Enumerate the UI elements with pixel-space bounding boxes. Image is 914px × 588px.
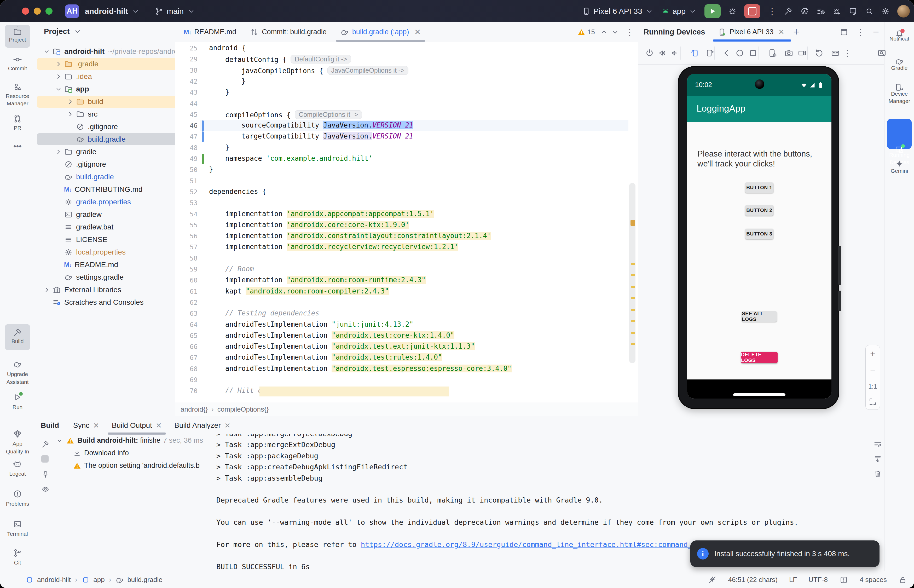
button-3[interactable]: BUTTON 3 (745, 229, 774, 239)
fit-screen-icon[interactable] (868, 397, 877, 406)
status-crumb-file[interactable]: build.gradle (127, 576, 162, 584)
chevron-right-icon[interactable] (53, 60, 64, 68)
run-button[interactable] (704, 4, 721, 18)
tree-item--gitignore[interactable]: .gitignore (37, 121, 175, 133)
build-tree-download-info[interactable]: Download info (73, 449, 129, 457)
tree-item-src[interactable]: src (37, 108, 175, 120)
tree-item--gitignore[interactable]: .gitignore (37, 158, 175, 170)
tree-item--gradle[interactable]: .gradle (37, 58, 175, 70)
chevron-right-icon[interactable] (41, 286, 52, 294)
settings-gear-button[interactable] (881, 7, 890, 16)
zoom-in-button[interactable]: + (870, 349, 875, 359)
tree-item-build[interactable]: build (37, 96, 175, 108)
softwrap-icon[interactable] (873, 440, 882, 449)
window-minimize-button[interactable] (34, 8, 41, 15)
chevron-down-icon[interactable] (610, 28, 620, 37)
caret-position[interactable]: 46:51 (22 chars) (728, 576, 778, 584)
zoom-out-button[interactable]: − (870, 366, 875, 376)
breadcrumb-item[interactable]: compileOptions{} (217, 405, 269, 414)
tree-item-android-hilt[interactable]: android-hilt~/private-repos/android (37, 45, 175, 58)
status-crumb-module[interactable]: app (93, 576, 105, 584)
delete-logs-button[interactable]: DELETE LOGS (741, 352, 778, 363)
device-selector[interactable]: Pixel 6 API 33 (582, 7, 654, 16)
editor-options-button[interactable]: ⋮ (625, 27, 634, 37)
button-2[interactable]: BUTTON 2 (745, 205, 774, 216)
close-icon[interactable]: ✕ (93, 421, 99, 430)
build-tree-root[interactable]: Build android-hilt: finishe7 sec, 36 ms (56, 436, 203, 444)
notification-toast[interactable]: i Install successfully finished in 3 s 4… (690, 540, 880, 567)
button-1[interactable]: BUTTON 1 (745, 183, 774, 193)
chevron-right-icon[interactable] (65, 98, 76, 106)
stopsq-icon[interactable] (41, 455, 48, 462)
phone-screen[interactable]: 10:02 LoggingApp Please interact with th… (687, 74, 832, 399)
attach-debugger-button[interactable] (832, 7, 841, 16)
inspection-highlight-icon[interactable] (839, 575, 848, 584)
sync-gradle-button[interactable] (800, 7, 809, 16)
tree-item-scratches-and-consoles[interactable]: Scratches and Consoles (37, 296, 175, 309)
close-icon[interactable]: ✕ (156, 421, 162, 430)
tree-item-gradle[interactable]: gradle (37, 146, 175, 158)
chevron-down-icon[interactable] (41, 48, 52, 55)
chevron-down-icon[interactable] (53, 85, 64, 93)
tab-build-gradle-app[interactable]: build.gradle (:app) ✕ (333, 22, 428, 42)
chevron-down-icon[interactable] (56, 437, 63, 444)
zoom-ratio-button[interactable]: 1:1 (868, 383, 877, 390)
tree-item-local-properties[interactable]: local.properties (37, 246, 175, 258)
file-encoding[interactable]: UTF-8 (809, 576, 828, 584)
tab-sync[interactable]: Sync ✕ (67, 416, 105, 435)
search-everywhere-button[interactable] (865, 7, 874, 16)
profiler-button[interactable] (816, 7, 825, 16)
scrollend-icon[interactable] (873, 455, 882, 464)
tree-item-gradlew-bat[interactable]: gradlew.bat (37, 221, 175, 233)
code-editor[interactable]: 25android {29defaultConfig { DefaultConf… (175, 42, 638, 402)
console-link[interactable]: https://docs.gradle.org/8.9/userguide/co… (361, 540, 747, 549)
tab-commit-build-gradle[interactable]: Commit: build.gradle (243, 22, 333, 42)
tab-build-analyzer[interactable]: Build Analyzer ✕ (168, 416, 237, 435)
tree-item-build-gradle[interactable]: build.gradle (37, 133, 175, 145)
run-config-selector[interactable]: app (661, 7, 697, 16)
trash-icon[interactable] (873, 469, 882, 478)
inspection-widget[interactable]: 15 (578, 28, 620, 37)
chevron-right-icon[interactable] (53, 148, 64, 156)
window-zoom-button[interactable] (45, 8, 53, 15)
tree-item--idea[interactable]: .idea (37, 71, 175, 82)
window-close-button[interactable] (22, 8, 29, 15)
chevron-right-icon[interactable] (53, 73, 64, 81)
layout-inspector-button[interactable] (849, 7, 857, 16)
chevron-right-icon[interactable] (65, 110, 76, 118)
eye-icon[interactable] (41, 485, 50, 493)
tree-item-external-libraries[interactable]: External Libraries (37, 284, 175, 296)
gemini-disabled-icon[interactable] (708, 575, 717, 584)
build-tree-warning[interactable]: The option setting 'android.defaults.b (73, 462, 200, 470)
tree-item-readme-md[interactable]: M↓README.md (37, 259, 175, 271)
more-actions-button[interactable]: ⋮ (768, 6, 777, 16)
hammer-icon[interactable] (41, 440, 50, 449)
user-avatar[interactable] (897, 5, 910, 18)
project-panel-header[interactable]: Project (44, 27, 82, 36)
stop-button[interactable] (744, 4, 761, 18)
breadcrumb-item[interactable]: android{} (181, 405, 208, 414)
debug-button[interactable] (728, 7, 737, 16)
tree-item-settings-gradle[interactable]: settings.gradle (37, 271, 175, 283)
see-all-logs-button[interactable]: SEE ALL LOGS (742, 311, 777, 322)
status-crumb-project[interactable]: android-hilt (37, 576, 71, 584)
project-selector[interactable]: android-hilt (85, 7, 140, 16)
lock-open-icon[interactable] (898, 575, 907, 584)
nav-pill[interactable] (733, 393, 785, 396)
close-icon[interactable]: ✕ (414, 27, 421, 37)
close-icon[interactable]: ✕ (224, 421, 231, 430)
branch-selector[interactable]: main (155, 7, 196, 16)
tree-item-app[interactable]: app (37, 83, 175, 95)
tree-item-gradle-properties[interactable]: gradle.properties (37, 196, 175, 208)
line-ending[interactable]: LF (789, 576, 797, 584)
tree-item-license[interactable]: LICENSE (37, 234, 175, 246)
pin-icon[interactable] (41, 470, 50, 479)
indent-setting[interactable]: 4 spaces (860, 576, 887, 584)
tree-item-gradlew[interactable]: gradlew (37, 208, 175, 221)
tab-readme[interactable]: M↓ README.md (177, 22, 243, 42)
tab-build-output[interactable]: Build Output ✕ (105, 416, 168, 435)
chevron-up-icon[interactable] (600, 28, 609, 37)
tree-item-build-gradle[interactable]: build.gradle (37, 171, 175, 183)
editor-scrollbar-thumb[interactable] (629, 183, 635, 363)
build-project-button[interactable] (784, 7, 793, 16)
